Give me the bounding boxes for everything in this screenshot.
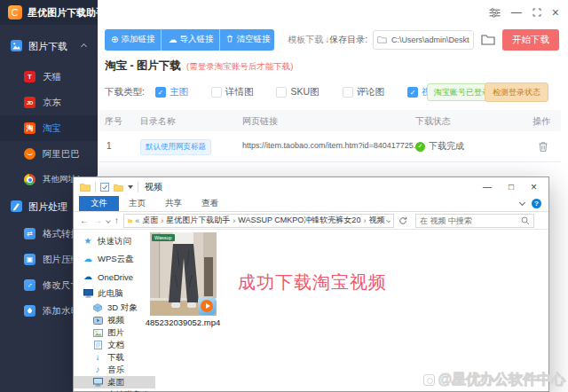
tree-item-downloads[interactable]: ↓ 下载 [74,351,155,364]
back-button[interactable]: ← [80,216,89,225]
tree-item-pictures[interactable]: 图片 [74,326,155,339]
settings-icon[interactable] [489,8,501,18]
sidebar-item-taobao[interactable]: 淘 淘宝 [0,115,98,141]
row-status: ✓ 下载完成 [415,140,464,153]
plus-circle-icon: ⊕ [111,35,118,44]
checkbox-icon: ✓ [407,87,418,98]
sidebar-item-jd[interactable]: JD 京东 [0,90,98,115]
group-label: 图片处理 [28,200,67,214]
video-file-thumbnail[interactable]: Wassup [150,232,217,316]
tab-home[interactable]: 主页 [119,198,155,209]
search-box[interactable] [415,214,534,228]
save-directory-area: 保存目录: 开始下载 [329,29,568,51]
help-icon[interactable]: ? [532,199,541,208]
clear-link-button[interactable]: 清空链接 [220,29,274,51]
collapse-ribbon-icon[interactable] [519,200,525,206]
explorer-close-button[interactable]: × [531,182,537,192]
history-dropdown-icon[interactable] [106,218,111,223]
tmall-icon: T [24,71,36,82]
cloud-icon: ☁ [83,255,93,263]
check-login-button[interactable]: 检测登录状态 [485,82,548,102]
tree-item-documents[interactable]: 文档 [74,339,155,351]
maximize-button[interactable] [532,8,541,17]
breadcrumb-product-folder[interactable]: WASSUP CMKPO冲锋软壳裤女20 [238,215,360,226]
up-button[interactable]: ↑ [114,216,119,225]
taobao-icon: 淘 [24,122,36,134]
save-directory-wrap [373,30,474,50]
browse-folder-button[interactable] [479,32,497,48]
sidebar-item-alibaba[interactable]: 阿里巴巴 [0,141,98,167]
format-convert-icon: ⇄ [24,228,36,239]
import-link-button[interactable]: ☁ 导入链接 [162,29,220,51]
checkbox-sku-image[interactable]: SKU图 [276,86,319,98]
search-input[interactable] [420,216,521,225]
template-download-link[interactable]: 模板下载 ↓ [288,34,329,46]
checkbox-detail-image[interactable]: 详情图 [211,86,254,98]
video-file-name[interactable]: 485232039052.mp4 [138,318,227,327]
chevron-down-icon[interactable] [128,185,133,189]
explorer-minimize-button[interactable]: — [483,183,492,192]
checkbox-main-image[interactable]: ✓ 主图 [155,86,188,98]
address-box[interactable]: « 桌面 › 星优图片下载助手 › WASSUP CMKPO冲锋软壳裤女20 ›… [123,214,394,228]
tab-view[interactable]: 查看 [192,198,228,209]
ribbon-right: ? [520,199,548,208]
sidebar-group-image-download[interactable]: 图片下载 [0,32,98,60]
tab-share[interactable]: 共享 [155,198,192,209]
explorer-titlebar[interactable]: 视频 — □ × [74,177,548,196]
jd-icon: JD [24,97,36,108]
picture-icon [92,329,103,337]
col-url: 网页链接 [242,115,278,128]
tree-item-local-disk-c[interactable]: 本地磁盘 (C [74,388,155,392]
tree-item-onedrive[interactable]: ☁ OneDrive [74,268,155,286]
download-type-label: 下载类型: [105,86,145,98]
tree-item-wps-cloud[interactable]: ☁ WPS云盘 [74,250,155,268]
image-process-icon [11,200,22,214]
quick-access-check-icon[interactable] [100,179,109,195]
close-button[interactable]: × [552,6,559,19]
folder-outline-icon [481,34,495,45]
col-status: 下载状态 [415,115,451,128]
sidebar-item-tmall[interactable]: T 天猫 [0,64,98,90]
chevron-up-icon [81,43,87,49]
delete-row-button[interactable] [538,140,548,156]
cloud-icon: ☁ [83,272,93,281]
refresh-icon[interactable] [398,213,407,229]
login-note: (需登录淘宝账号后才能下载) [186,61,293,73]
quick-access-folder-icon[interactable] [114,179,123,195]
alibaba-icon [24,148,36,160]
search-icon [521,216,530,225]
tree-item-quick-access[interactable]: ★ 快速访问 [74,232,155,250]
dir-name-tag[interactable]: 默认使用网页标题 [140,139,211,155]
forward-button[interactable]: → [93,216,102,225]
desktop-icon [92,378,103,387]
download-icon: ↓ [92,353,103,362]
app-window: 星优图片下载助手 图片下载 T 天猫 JD 京东 淘 淘宝 [0,0,568,392]
link-button-group: ⊕ 添加链接 ☁ 导入链接 清空链接 [105,29,274,51]
tree-item-music[interactable]: ♪ 音乐 [74,364,155,376]
tree-item-this-pc[interactable]: 此电脑 [74,286,155,302]
explorer-window-title: 视频 [145,181,162,193]
breadcrumb-video-folder[interactable]: 视频 [368,215,384,226]
resize-icon: ↕ [24,279,36,291]
app-title: 星优图片下载助手 [28,6,106,20]
start-download-button[interactable]: 开始下载 [502,29,559,51]
watermark: @星优办公软件中心 [423,371,565,389]
checkbox-comment-image[interactable]: 评论图 [343,86,385,98]
address-dropdown-icon[interactable] [386,218,390,223]
add-watermark-icon [24,305,36,317]
explorer-maximize-button[interactable]: □ [509,183,514,192]
breadcrumb-desktop[interactable]: 桌面 [142,215,158,226]
cloud-upload-icon: ☁ [168,35,177,44]
add-link-button[interactable]: ⊕ 添加链接 [105,29,162,51]
tree-item-desktop[interactable]: 桌面 [74,376,155,388]
save-directory-input[interactable] [373,30,474,50]
explorer-addressbar: ← → ↑ « 桌面 › 星优图片下载助手 › WASSUP CMKPO冲锋软壳… [74,212,548,230]
breadcrumb-app-folder[interactable]: 星优图片下载助手 [166,215,230,226]
minimize-button[interactable]: — [511,7,522,18]
tree-item-3d-objects[interactable]: 3D 对象 [74,302,155,314]
tab-file[interactable]: 文件 [79,196,119,211]
browser-icon [24,174,36,185]
folder-icon [128,217,132,224]
image-compress-icon: ▣ [24,254,36,265]
panel-header: 淘宝 - 图片下载 (需登录淘宝账号后才能下载) [105,59,293,74]
